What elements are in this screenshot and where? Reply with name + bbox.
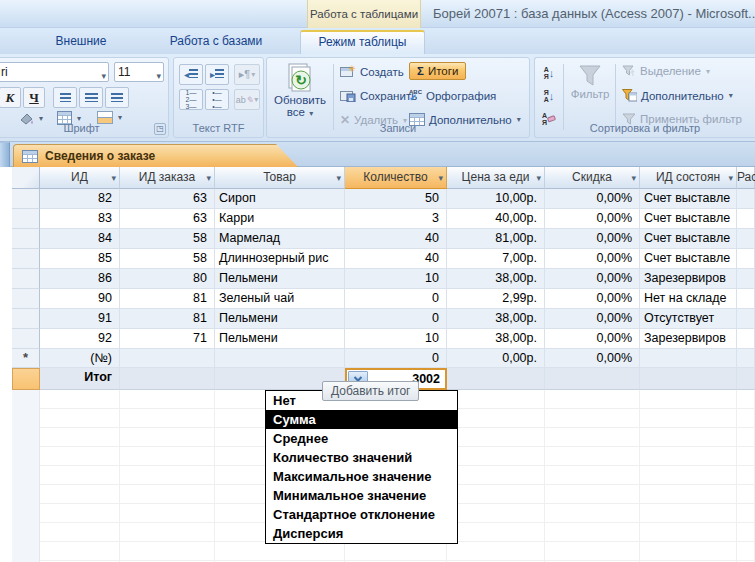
totals-menu-item-3[interactable]: Среднее bbox=[266, 429, 457, 448]
cell-calc[interactable] bbox=[737, 249, 755, 269]
totals-menu-item-2[interactable]: Сумма bbox=[266, 410, 457, 429]
cell-calc[interactable] bbox=[737, 289, 755, 309]
cell-order-id[interactable]: 58 bbox=[120, 249, 215, 269]
cell-unit-price[interactable]: 38,00р. bbox=[447, 309, 545, 329]
totals-menu-item-8[interactable]: Дисперсия bbox=[266, 524, 457, 543]
cell-discount[interactable]: 0,00% bbox=[545, 229, 640, 249]
font-name-combo[interactable]: ri ▾ bbox=[0, 62, 109, 82]
column-dropdown-icon[interactable]: ▾ bbox=[438, 168, 443, 189]
font-size-combo[interactable]: 11 ▾ bbox=[114, 62, 164, 82]
cell-unit-price[interactable]: 2,99р. bbox=[447, 289, 545, 309]
document-tab-orders[interactable]: Сведения о заказе bbox=[13, 144, 298, 167]
cell-quantity[interactable]: 0 bbox=[345, 289, 447, 309]
increase-indent-button[interactable]: ▸ bbox=[205, 64, 229, 85]
selection-filter-button[interactable]: Выделение ▾ bbox=[622, 65, 710, 77]
numbered-list-button[interactable]: 1—2—3— bbox=[179, 89, 203, 110]
cell-product[interactable]: Пельмени bbox=[215, 269, 345, 289]
cell-status-id[interactable]: Нет на складе bbox=[640, 289, 737, 309]
cell-discount[interactable]: 0,00% bbox=[545, 349, 640, 368]
cell-quantity[interactable]: 40 bbox=[345, 249, 447, 269]
bullet-list-button[interactable]: •—•—•— bbox=[205, 89, 229, 110]
ribbon-tab-3[interactable]: Режим таблицы bbox=[300, 30, 425, 54]
decrease-indent-button[interactable]: ◂ bbox=[179, 64, 203, 85]
align-center-button[interactable] bbox=[79, 87, 103, 108]
cell-unit-price[interactable]: 10,00р. bbox=[447, 189, 545, 209]
cell-status-id[interactable] bbox=[640, 349, 737, 368]
cell-product[interactable]: Пельмени bbox=[215, 309, 345, 329]
cell-status-id[interactable]: Зарезервиров bbox=[640, 329, 737, 349]
cell-quantity[interactable]: 0 bbox=[345, 349, 447, 368]
cell-discount[interactable]: 0,00% bbox=[545, 269, 640, 289]
cell-unit-price[interactable]: 38,00р. bbox=[447, 269, 545, 289]
header-cell-order-id[interactable]: ИД заказа▾ bbox=[120, 167, 215, 189]
cell-order-id[interactable]: 81 bbox=[120, 289, 215, 309]
totals-menu-item-4[interactable]: Количество значений bbox=[266, 448, 457, 467]
sort-ascending-button[interactable]: АЯ ↓ bbox=[538, 62, 560, 83]
record-selector[interactable] bbox=[12, 269, 40, 289]
cell-order-id[interactable]: 63 bbox=[120, 189, 215, 209]
cell-id[interactable]: 83 bbox=[40, 209, 120, 229]
cell-quantity[interactable]: 40 bbox=[345, 229, 447, 249]
record-selector[interactable] bbox=[12, 189, 40, 209]
cell-calc[interactable] bbox=[737, 209, 755, 229]
save-button[interactable]: Сохранить bbox=[340, 89, 417, 102]
cell-id[interactable]: 86 bbox=[40, 269, 120, 289]
cell-calc[interactable] bbox=[737, 349, 755, 368]
cell-calc[interactable] bbox=[737, 329, 755, 349]
cell-discount[interactable]: 0,00% bbox=[545, 209, 640, 229]
cell-status-id[interactable]: Зарезервиров bbox=[640, 269, 737, 289]
cell-product[interactable]: Карри bbox=[215, 209, 345, 229]
totals-menu-item-6[interactable]: Минимальное значение bbox=[266, 486, 457, 505]
highlight-button[interactable]: ab✎ ▾ bbox=[234, 89, 260, 110]
cell-unit-price[interactable]: 7,00р. bbox=[447, 249, 545, 269]
cell-calc[interactable] bbox=[737, 229, 755, 249]
select-all-corner[interactable] bbox=[12, 167, 40, 189]
cell-order-id[interactable] bbox=[120, 368, 215, 390]
column-dropdown-icon[interactable]: ▾ bbox=[631, 168, 636, 189]
header-cell-id[interactable]: ИД▾ bbox=[40, 167, 120, 189]
totals-menu-item-7[interactable]: Стандартное отклонение bbox=[266, 505, 457, 524]
cell-quantity[interactable]: 3 bbox=[345, 209, 447, 229]
cell-unit-price[interactable]: 0,00р. bbox=[447, 349, 545, 368]
cell-id[interactable]: 84 bbox=[40, 229, 120, 249]
cell-unit-price[interactable] bbox=[447, 368, 545, 390]
header-cell-status-id[interactable]: ИД состоян▾ bbox=[640, 167, 737, 189]
align-left-button[interactable] bbox=[53, 87, 77, 108]
filter-button[interactable]: Фильтр bbox=[568, 64, 612, 100]
cell-order-id[interactable]: 63 bbox=[120, 209, 215, 229]
cell-discount[interactable] bbox=[545, 368, 640, 390]
column-dropdown-icon[interactable]: ▾ bbox=[728, 168, 733, 189]
ribbon-tab-1[interactable]: Внешние данные bbox=[27, 30, 135, 54]
column-dropdown-icon[interactable]: ▾ bbox=[336, 168, 341, 189]
total-row-label[interactable]: Итог bbox=[40, 368, 120, 390]
italic-button[interactable]: К bbox=[0, 87, 21, 108]
cell-status-id[interactable]: Счет выставле bbox=[640, 189, 737, 209]
sort-descending-button[interactable]: ЯА ↓ bbox=[538, 85, 560, 106]
header-cell-product[interactable]: Товар▾ bbox=[215, 167, 345, 189]
cell-calc[interactable] bbox=[737, 189, 755, 209]
cell-unit-price[interactable]: 38,00р. bbox=[447, 329, 545, 349]
cell-product[interactable]: Зеленый чай bbox=[215, 289, 345, 309]
cell-discount[interactable]: 0,00% bbox=[545, 309, 640, 329]
header-cell-discount[interactable]: Скидка▾ bbox=[545, 167, 640, 189]
align-right-button[interactable] bbox=[105, 87, 129, 108]
cell-status-id[interactable]: Счет выставле bbox=[640, 209, 737, 229]
cell-order-id[interactable]: 80 bbox=[120, 269, 215, 289]
chevron-down-icon[interactable]: ▾ bbox=[156, 67, 161, 85]
header-cell-unit-price[interactable]: Цена за еди▾ bbox=[447, 167, 545, 189]
cell-order-id[interactable] bbox=[120, 349, 215, 368]
cell-product[interactable]: Пельмени bbox=[215, 329, 345, 349]
cell-calc[interactable] bbox=[737, 368, 755, 390]
cell-discount[interactable]: 0,00% bbox=[545, 289, 640, 309]
header-cell-quantity[interactable]: Количество▾ bbox=[345, 167, 447, 189]
dialog-launcher-icon[interactable]: ◳ bbox=[154, 123, 166, 135]
cell-status-id[interactable]: Счет выставле bbox=[640, 229, 737, 249]
cell-product[interactable]: Сироп bbox=[215, 189, 345, 209]
cell-quantity[interactable]: 10 bbox=[345, 269, 447, 289]
advanced-filter-button[interactable]: Дополнительно ▾ bbox=[622, 89, 733, 102]
cell-status-id[interactable]: Счет выставле bbox=[640, 249, 737, 269]
cell-product[interactable]: Длиннозерный рис bbox=[215, 249, 345, 269]
cell-order-id[interactable]: 71 bbox=[120, 329, 215, 349]
cell-calc[interactable] bbox=[737, 309, 755, 329]
cell-unit-price[interactable]: 81,00р. bbox=[447, 229, 545, 249]
